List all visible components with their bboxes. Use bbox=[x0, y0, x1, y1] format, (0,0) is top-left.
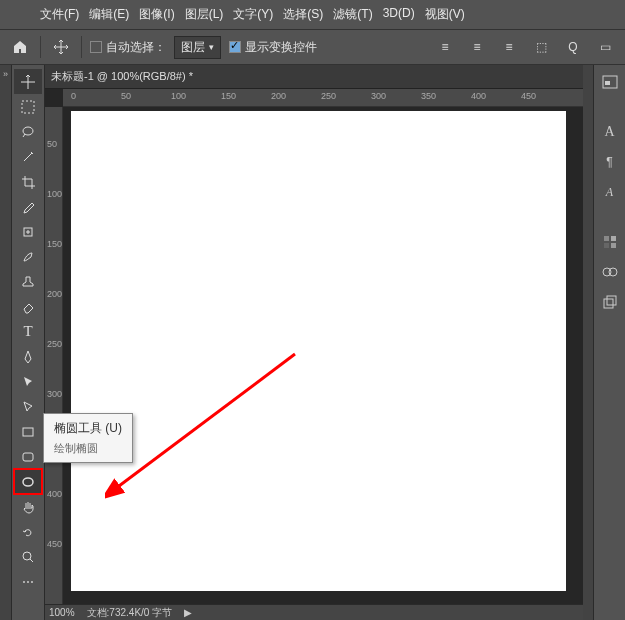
align-right-icon[interactable]: ≡ bbox=[497, 35, 521, 59]
document-tab[interactable]: 未标题-1 @ 100%(RGB/8#) * bbox=[51, 69, 193, 84]
svg-rect-12 bbox=[604, 243, 609, 248]
marquee-tool[interactable] bbox=[14, 94, 42, 119]
glyph-icon[interactable]: A bbox=[599, 181, 621, 203]
menu-view[interactable]: 视图(V) bbox=[421, 4, 469, 25]
brush-tool[interactable] bbox=[14, 244, 42, 269]
rectangle-tool[interactable] bbox=[14, 419, 42, 444]
canvas[interactable] bbox=[71, 111, 566, 591]
svg-rect-0 bbox=[22, 101, 34, 113]
svg-rect-9 bbox=[605, 81, 610, 85]
healing-tool[interactable] bbox=[14, 219, 42, 244]
crop-tool[interactable] bbox=[14, 169, 42, 194]
move-tool-icon[interactable] bbox=[49, 35, 73, 59]
svg-point-1 bbox=[23, 127, 33, 135]
swatches-icon[interactable] bbox=[599, 231, 621, 253]
svg-point-6 bbox=[23, 552, 31, 560]
search-icon[interactable]: Q bbox=[561, 35, 585, 59]
toolbar-more[interactable]: ⋯ bbox=[14, 569, 42, 594]
svg-rect-3 bbox=[23, 428, 33, 436]
svg-rect-13 bbox=[611, 243, 616, 248]
svg-rect-10 bbox=[604, 236, 609, 241]
svg-point-5 bbox=[23, 478, 33, 486]
document-tabbar: 未标题-1 @ 100%(RGB/8#) * bbox=[45, 65, 583, 89]
path-select-tool[interactable] bbox=[14, 369, 42, 394]
target-dropdown[interactable]: 图层▾ bbox=[174, 36, 221, 59]
tooltip-title: 椭圆工具 (U) bbox=[54, 420, 122, 437]
align-center-icon[interactable]: ≡ bbox=[465, 35, 489, 59]
ellipse-tool[interactable] bbox=[14, 469, 42, 494]
type-tool[interactable]: T bbox=[14, 319, 42, 344]
menu-filter[interactable]: 滤镜(T) bbox=[329, 4, 376, 25]
tooltip-desc: 绘制椭圆 bbox=[54, 441, 122, 456]
canvas-area[interactable]: 0 50 100 150 200 250 300 350 400 450 50 … bbox=[45, 89, 583, 620]
left-toolbar: T ⋯ bbox=[12, 65, 45, 620]
workspace-icon[interactable]: ▭ bbox=[593, 35, 617, 59]
pen-tool[interactable] bbox=[14, 344, 42, 369]
home-icon[interactable] bbox=[8, 35, 32, 59]
lasso-tool[interactable] bbox=[14, 119, 42, 144]
menu-select[interactable]: 选择(S) bbox=[279, 4, 327, 25]
svg-rect-4 bbox=[23, 453, 33, 461]
zoom-level[interactable]: 100% bbox=[49, 607, 75, 618]
auto-select-checkbox[interactable]: 自动选择： bbox=[90, 39, 166, 56]
direct-select-tool[interactable] bbox=[14, 394, 42, 419]
menu-layer[interactable]: 图层(L) bbox=[181, 4, 228, 25]
hand-tool[interactable] bbox=[14, 494, 42, 519]
wand-tool[interactable] bbox=[14, 144, 42, 169]
menu-edit[interactable]: 编辑(E) bbox=[85, 4, 133, 25]
transform-controls-checkbox[interactable]: 显示变换控件 bbox=[229, 39, 317, 56]
vertical-ruler: 50 100 150 200 250 300 350 400 450 bbox=[45, 107, 63, 604]
svg-rect-16 bbox=[604, 299, 613, 308]
zoom-tool[interactable] bbox=[14, 544, 42, 569]
options-bar: 自动选择： 图层▾ 显示变换控件 ≡ ≡ ≡ ⬚ Q ▭ bbox=[0, 29, 625, 65]
status-bar: 100% 文档:732.4K/0 字节 ▶ bbox=[45, 604, 583, 620]
doc-info: 文档:732.4K/0 字节 bbox=[87, 606, 173, 620]
right-panel: A ¶ A bbox=[593, 65, 625, 620]
horizontal-ruler: 0 50 100 150 200 250 300 350 400 450 bbox=[63, 89, 583, 107]
menu-file[interactable]: 文件(F) bbox=[36, 4, 83, 25]
status-arrow-icon[interactable]: ▶ bbox=[184, 607, 192, 618]
layers-icon[interactable] bbox=[599, 291, 621, 313]
tool-tooltip: 椭圆工具 (U) 绘制椭圆 bbox=[43, 413, 133, 463]
svg-point-15 bbox=[609, 268, 617, 276]
auto-select-label: 自动选择： bbox=[106, 39, 166, 56]
eraser-tool[interactable] bbox=[14, 294, 42, 319]
3d-mode-icon[interactable]: ⬚ bbox=[529, 35, 553, 59]
menu-type[interactable]: 文字(Y) bbox=[229, 4, 277, 25]
rounded-rect-tool[interactable] bbox=[14, 444, 42, 469]
move-tool[interactable] bbox=[14, 69, 42, 94]
menu-image[interactable]: 图像(I) bbox=[135, 4, 178, 25]
libraries-icon[interactable] bbox=[599, 261, 621, 283]
navigator-icon[interactable] bbox=[599, 71, 621, 93]
eyedropper-tool[interactable] bbox=[14, 194, 42, 219]
transform-controls-label: 显示变换控件 bbox=[245, 39, 317, 56]
menubar: 文件(F) 编辑(E) 图像(I) 图层(L) 文字(Y) 选择(S) 滤镜(T… bbox=[0, 2, 625, 29]
paragraph-icon[interactable]: ¶ bbox=[599, 151, 621, 173]
rotate-tool[interactable] bbox=[14, 519, 42, 544]
left-collapse-gutter[interactable]: » bbox=[0, 65, 12, 620]
align-left-icon[interactable]: ≡ bbox=[433, 35, 457, 59]
menu-3d[interactable]: 3D(D) bbox=[379, 4, 419, 25]
stamp-tool[interactable] bbox=[14, 269, 42, 294]
svg-rect-11 bbox=[611, 236, 616, 241]
svg-rect-17 bbox=[607, 296, 616, 305]
right-collapse-gutter[interactable] bbox=[583, 65, 593, 620]
character-icon[interactable]: A bbox=[599, 121, 621, 143]
